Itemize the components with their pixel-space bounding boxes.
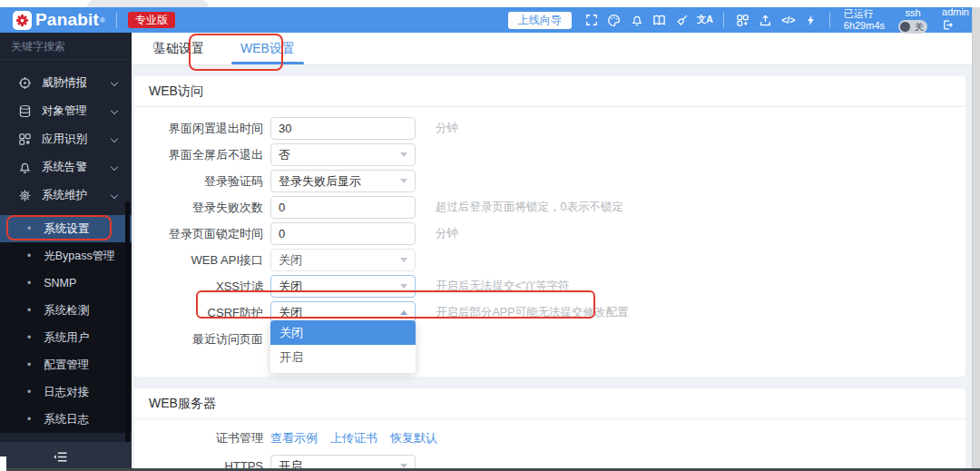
system-maintenance-icon (18, 189, 32, 202)
panabit-app: Panabit ® 专业版 上线向导 (0, 0, 980, 471)
caret-down-icon (400, 258, 407, 262)
active-tab-underline (231, 62, 304, 64)
sidebar-item-config-management[interactable]: • 配置管理 (0, 351, 132, 378)
sub-item-label: 系统设置 (44, 221, 89, 237)
upgrade-icon[interactable] (755, 11, 777, 29)
chevron-down-icon (111, 79, 118, 86)
grid-icon[interactable] (732, 11, 754, 29)
search-icon[interactable] (152, 40, 164, 53)
broom-icon[interactable] (671, 11, 693, 29)
bullet-icon: • (27, 222, 31, 235)
toggle-state-label: 关 (915, 21, 924, 33)
sidebar-submenu: • 系统设置 • 光Bypass管理 • SNMP • 系统检测 • 系统用户 … (0, 215, 132, 433)
login-captcha-select[interactable]: 登录失败后显示 (270, 170, 416, 192)
restore-default-link[interactable]: 恢复默认 (390, 430, 437, 446)
form-row-web-api: WEB API接口 关闭 (134, 247, 965, 273)
ssh-label: ssh (898, 7, 927, 19)
sidebar-item-log-connect[interactable]: • 日志对接 (0, 378, 132, 406)
form-row-cert-management: 证书管理 查看示例 上传证书 恢复默认 (134, 427, 965, 449)
fullscreen-no-exit-select[interactable]: 否 (270, 143, 416, 166)
browser-tab-remnant (87, 0, 209, 7)
sidebar: 威胁情报 对象管理 应用识别 系统告警 (0, 33, 132, 471)
form-row-fullscreen-no-exit: 界面全屏后不退出 否 (134, 142, 965, 168)
browser-scrollbar[interactable] (972, 7, 980, 471)
form-row-idle-timeout: 界面闲置退出时间 分钟 (134, 115, 965, 142)
dropdown-option-off[interactable]: 关闭 (270, 320, 416, 345)
bullet-icon: • (27, 304, 31, 317)
bullet-icon: • (27, 331, 31, 344)
sidebar-item-snmp[interactable]: • SNMP (0, 270, 132, 297)
sidebar-item-system-logs[interactable]: • 系统日志 (0, 406, 132, 433)
sidebar-item-system-check[interactable]: • 系统检测 (0, 297, 132, 324)
login-fail-count-input[interactable] (270, 196, 416, 219)
idle-timeout-input[interactable] (270, 117, 416, 140)
web-access-section: WEB访问 界面闲置退出时间 分钟 界面全屏后不退出 否 登录验证码 登录失败后… (134, 76, 965, 377)
uptime-label: 已运行 (844, 8, 885, 20)
sidebar-item-bypass-management[interactable]: • 光Bypass管理 (0, 242, 132, 270)
bullet-icon: • (27, 386, 31, 398)
chevron-down-icon (111, 163, 118, 171)
book-icon[interactable] (649, 11, 671, 29)
field-label: WEB API接口 (134, 252, 263, 269)
field-label: 登录验证码 (134, 173, 263, 190)
window-corner (0, 456, 6, 471)
bell-icon[interactable] (626, 11, 648, 29)
sub-item-label: 日志对接 (44, 385, 89, 400)
system-alert-icon (18, 161, 32, 174)
csrf-dropdown-panel: 关闭 开启 (270, 320, 416, 373)
chevron-down-icon (111, 191, 118, 199)
header-separator (723, 12, 724, 28)
code-icon[interactable]: </> (778, 11, 799, 29)
sidebar-item-system-users[interactable]: • 系统用户 (0, 324, 132, 351)
field-label: 登录页面锁定时间 (134, 226, 263, 242)
ssh-toggle[interactable]: 关 (898, 20, 927, 34)
xss-filter-select[interactable]: 关闭 (270, 275, 416, 298)
sidebar-item-system-maintenance[interactable]: 系统维护 (0, 182, 132, 210)
palette-icon[interactable] (603, 11, 625, 29)
web-api-select[interactable]: 关闭 (270, 249, 416, 271)
app-header: Panabit ® 专业版 上线向导 (0, 7, 980, 33)
form-row-xss-filter: XSS过滤 关闭 开启后无法提交<"()'等字符 (134, 273, 965, 299)
caret-down-icon (400, 284, 407, 289)
sidebar-item-object-management[interactable]: 对象管理 (0, 97, 132, 125)
login-lock-time-input[interactable] (270, 222, 416, 245)
upload-cert-link[interactable]: 上传证书 (330, 430, 377, 446)
sub-item-label: 光Bypass管理 (44, 249, 115, 264)
translate-icon[interactable]: 文A (694, 11, 716, 29)
field-label: 界面闲置退出时间 (134, 121, 263, 137)
sidebar-item-threat-intel[interactable]: 威胁情报 (0, 69, 132, 97)
sidebar-item-system-alert[interactable]: 系统告警 (0, 153, 132, 182)
sidebar-item-label: 对象管理 (42, 103, 87, 119)
form-row-csrf-protect: CSRF防护 关闭 开启后部分APP可能无法提交修改配置 (134, 299, 965, 326)
panabit-logo-icon (13, 11, 32, 30)
field-label: 最近访问页面 (134, 331, 263, 348)
collapse-sidebar-icon[interactable] (53, 449, 68, 465)
sub-item-label: SNMP (44, 277, 76, 289)
view-sample-link[interactable]: 查看示例 (270, 430, 318, 446)
field-label: 界面全屏后不退出 (134, 147, 263, 163)
search-input[interactable] (11, 40, 152, 53)
field-hint: 分钟 (436, 226, 458, 241)
form-row-login-fail-count: 登录失败次数 超过后登录页面将锁定，0表示不锁定 (134, 194, 965, 221)
sidebar-item-label: 系统告警 (42, 160, 87, 175)
field-label: 登录失败次数 (134, 200, 263, 216)
fullscreen-icon[interactable] (581, 11, 603, 29)
sub-item-label: 系统日志 (44, 412, 89, 427)
toggle-knob (900, 22, 910, 32)
username: admin (942, 6, 969, 18)
logo-text: Panabit (35, 10, 99, 30)
section-title: WEB服务器 (134, 388, 965, 418)
bolt-icon[interactable] (800, 11, 822, 29)
logout-icon[interactable] (942, 19, 954, 31)
sidebar-scrollbar[interactable] (125, 201, 130, 445)
online-wizard-button[interactable]: 上线向导 (508, 12, 572, 29)
brand-logo[interactable]: Panabit ® (13, 10, 105, 30)
chevron-down-icon (111, 135, 118, 142)
sidebar-item-app-identify[interactable]: 应用识别 (0, 125, 132, 153)
sidebar-item-system-settings[interactable]: • 系统设置 (0, 215, 132, 242)
tab-web-settings[interactable]: WEB设置 (235, 33, 300, 65)
header-divider (116, 13, 117, 28)
dropdown-option-on[interactable]: 开启 (270, 345, 416, 369)
form-row-login-lock-time: 登录页面锁定时间 分钟 (134, 221, 965, 247)
sub-item-label: 系统用户 (44, 330, 89, 346)
